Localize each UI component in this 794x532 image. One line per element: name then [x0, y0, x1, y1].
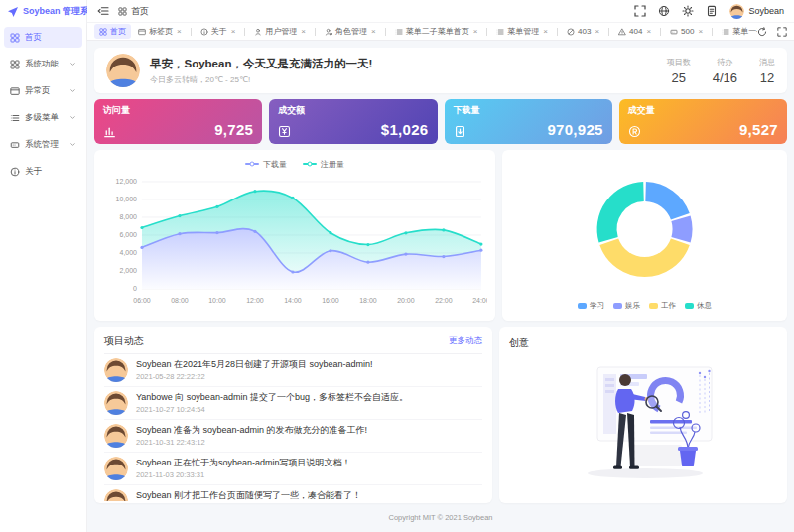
- more-news-link[interactable]: 更多动态: [449, 335, 482, 347]
- legend-item-休息[interactable]: 休息: [685, 301, 712, 311]
- tab-divider: [486, 28, 487, 36]
- svg-text:18:00: 18:00: [359, 297, 377, 304]
- stat-card-成交额: 成交额$1,026: [269, 99, 437, 144]
- greeting-subtitle: 今日多云转晴，20℃ - 25℃!: [150, 74, 372, 85]
- language-icon[interactable]: [658, 5, 670, 17]
- news-item-text: Yanbowe 向 soybean-admin 提交了一个bug，多标签栏不会自…: [136, 392, 408, 403]
- tab-close-icon[interactable]: ×: [698, 28, 703, 36]
- legend-item-下载量[interactable]: 下载量: [245, 159, 287, 170]
- home-icon: [99, 28, 107, 36]
- tab-label: 用户管理: [265, 26, 297, 37]
- app-window: Soybean 管理系统 首页系统功能异常页多级菜单系统管理关于 首页 Soyb…: [0, 0, 794, 532]
- tab-divider: [385, 28, 386, 36]
- tab-close-icon[interactable]: ×: [646, 28, 651, 36]
- tab-icon: [138, 28, 146, 36]
- sidebar-item-异常页[interactable]: 异常页: [4, 80, 82, 101]
- svg-text:2,000: 2,000: [120, 267, 138, 274]
- svg-text:6,000: 6,000: [120, 231, 138, 238]
- sidebar-item-label: 系统管理: [25, 139, 59, 151]
- breadcrumb[interactable]: 首页: [118, 5, 149, 18]
- tab-菜单二子菜单首页[interactable]: 菜单二子菜单首页×: [390, 24, 483, 39]
- tab-close-icon[interactable]: ×: [473, 28, 478, 36]
- sidebar-item-label: 关于: [25, 166, 42, 178]
- sidebar-item-系统管理[interactable]: 系统管理: [4, 134, 82, 155]
- tab-标签页[interactable]: 标签页×: [133, 24, 187, 39]
- menu-fold-icon[interactable]: [97, 5, 109, 17]
- svg-text:4,000: 4,000: [120, 249, 138, 256]
- sidebar-item-label: 多级菜单: [25, 112, 59, 124]
- area-line-chart: 02,0004,0006,0008,00010,00012,00006:0008…: [102, 172, 487, 315]
- tab-list: 首页标签页×关于×用户管理×角色管理×菜单二子菜单首页×菜单管理×403×404…: [94, 24, 757, 39]
- avatar: [104, 391, 128, 415]
- news-item-body: Soybean 准备为 soybean-admin 的发布做充分的准备工作!20…: [136, 425, 367, 447]
- sidebar-item-label: 异常页: [25, 85, 51, 97]
- tab-close-icon[interactable]: ×: [595, 28, 599, 36]
- legend-marker: [303, 163, 317, 165]
- fullscreen-icon[interactable]: [634, 5, 646, 17]
- menu-icon: [496, 28, 504, 36]
- tab-关于[interactable]: 关于×: [196, 24, 241, 39]
- chevron-down-icon: [69, 61, 76, 67]
- tab-close-icon[interactable]: ×: [543, 28, 548, 36]
- tab-close-icon[interactable]: ×: [371, 28, 376, 36]
- app-logo[interactable]: Soybean 管理系统: [0, 0, 86, 23]
- tab-菜单管理[interactable]: 菜单管理×: [491, 24, 553, 39]
- sidebar-item-多级菜单[interactable]: 多级菜单: [4, 107, 82, 128]
- sidebar-item-系统功能[interactable]: 系统功能: [4, 54, 82, 74]
- stat-card-value: 970,925: [547, 121, 602, 138]
- news-item-time: 2021-10-27 10:24:54: [136, 405, 408, 414]
- tab-首页[interactable]: 首页: [94, 24, 131, 39]
- tab-菜单一子菜单[interactable]: 菜单一子菜单×: [717, 24, 757, 39]
- legend-marker: [578, 303, 587, 309]
- grid-icon: [10, 60, 20, 69]
- tab-403[interactable]: 403×: [562, 25, 604, 38]
- tabs-fullscreen-icon[interactable]: [777, 27, 787, 37]
- tab-用户管理[interactable]: 用户管理×: [249, 24, 311, 39]
- tab-close-icon[interactable]: ×: [301, 28, 306, 36]
- legend-marker: [685, 303, 694, 309]
- tab-close-icon[interactable]: ×: [177, 28, 182, 36]
- footer: Copyright MIT © 2021 Soybean: [94, 509, 787, 525]
- docs-icon[interactable]: [706, 5, 718, 17]
- tab-角色管理[interactable]: 角色管理×: [320, 24, 381, 39]
- legend-item-工作[interactable]: 工作: [649, 301, 676, 311]
- news-item-body: Soybean 在2021年5月28日创建了开源项目 soybean-admin…: [136, 359, 373, 381]
- svg-text:10:00: 10:00: [208, 297, 226, 304]
- avatar: [729, 4, 744, 19]
- sidebar-item-首页[interactable]: 首页: [4, 27, 82, 48]
- legend-item-学习[interactable]: 学习: [578, 301, 604, 311]
- tab-divider: [557, 28, 558, 36]
- theme-icon[interactable]: [682, 5, 694, 17]
- username: Soybean: [748, 6, 784, 16]
- svg-text:24:00: 24:00: [472, 297, 487, 304]
- legend-item-娱乐[interactable]: 娱乐: [613, 301, 640, 311]
- sidebar-item-label: 首页: [25, 32, 42, 44]
- sidebar-item-关于[interactable]: 关于: [4, 161, 82, 182]
- tab-500[interactable]: 500×: [665, 25, 708, 38]
- news-item-body: Soybean 正在忙于为soybean-admin写项目说明文档！2021-1…: [136, 458, 351, 479]
- tab-404[interactable]: 404×: [613, 25, 656, 38]
- legend-label: 休息: [697, 301, 712, 311]
- avatar: [106, 54, 140, 87]
- news-item-text: Soybean 在2021年5月28日创建了开源项目 soybean-admin…: [136, 359, 373, 370]
- svg-text:16:00: 16:00: [322, 297, 339, 304]
- legend-item-注册量[interactable]: 注册量: [303, 159, 344, 170]
- chevron-down-icon: [69, 87, 76, 94]
- news-item: Soybean 准备为 soybean-admin 的发布做充分的准备工作!20…: [104, 420, 482, 453]
- tab-divider: [315, 28, 316, 36]
- stat-todos: 待办 4/16: [713, 57, 737, 85]
- stat-card-title: 成交量: [628, 104, 778, 117]
- tab-label: 角色管理: [335, 26, 367, 37]
- svg-text:20:00: 20:00: [397, 297, 415, 304]
- svg-text:0: 0: [133, 285, 137, 292]
- menu-icon: [722, 28, 729, 36]
- news-item-body: Soybean 刚才把工作台页面随便写了一些，凑合能看了！2021-11-07 …: [136, 490, 361, 501]
- tab-close-icon[interactable]: ×: [231, 28, 236, 36]
- svg-text:06:00: 06:00: [133, 297, 151, 304]
- user-icon: [254, 28, 262, 36]
- user-menu[interactable]: Soybean: [729, 4, 784, 19]
- avatar: [104, 424, 128, 448]
- refresh-icon[interactable]: [757, 27, 767, 37]
- legend-marker: [613, 303, 622, 309]
- tab-label: 菜单二子菜单首页: [406, 26, 469, 37]
